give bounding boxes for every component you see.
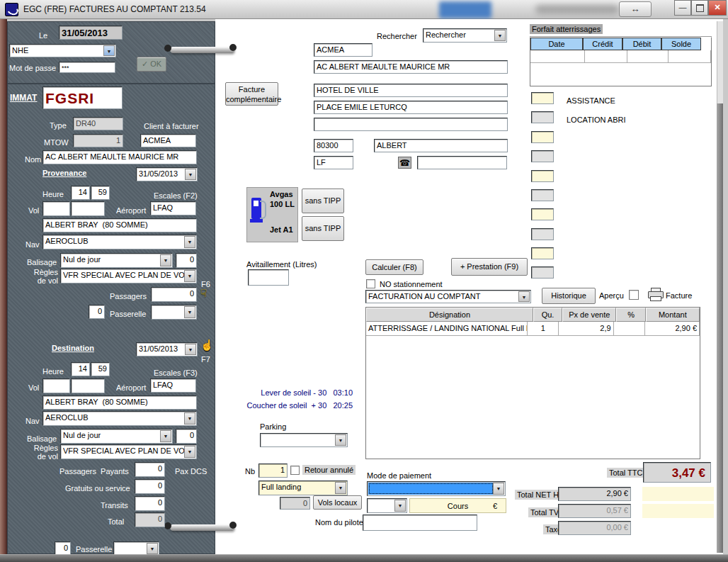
- country-field[interactable]: LF: [314, 156, 353, 169]
- dest-aeroport-field[interactable]: LFAQ: [150, 378, 196, 393]
- chevron-down-icon[interactable]: ▼: [335, 434, 346, 446]
- chevron-down-icon[interactable]: ▼: [185, 169, 196, 180]
- option-field-7[interactable]: [531, 208, 554, 220]
- retour-annule-checkbox[interactable]: [290, 466, 300, 475]
- landing-type-select[interactable]: Full landing ▼: [258, 480, 348, 495]
- pax-transits-field[interactable]: 0: [135, 496, 165, 511]
- scrollbar-thumb[interactable]: [717, 103, 723, 553]
- immat-field[interactable]: FGSRI: [42, 86, 123, 109]
- chevron-down-icon[interactable]: ▼: [394, 500, 406, 512]
- chevron-down-icon[interactable]: ▼: [184, 306, 195, 318]
- postal-code-field[interactable]: 80300: [314, 139, 353, 152]
- dest-nav-select[interactable]: AEROCLUB ▼: [42, 411, 197, 426]
- printer-icon[interactable]: [648, 288, 663, 300]
- pax-passerelle-select[interactable]: ▼: [113, 541, 159, 556]
- client-code-field[interactable]: ACMEA: [314, 43, 372, 57]
- address3-field[interactable]: [314, 118, 508, 131]
- forfait-col-date[interactable]: Date: [530, 38, 583, 50]
- prov-passerelle-count[interactable]: 0: [89, 305, 105, 319]
- option-field-6[interactable]: [531, 189, 554, 201]
- chevron-down-icon[interactable]: ▼: [494, 30, 506, 41]
- assistance-field[interactable]: [531, 92, 554, 104]
- col-designation[interactable]: Désignation: [366, 308, 533, 322]
- chevron-down-icon[interactable]: ▼: [518, 291, 530, 302]
- address1-field[interactable]: HOTEL DE VILLE: [314, 84, 508, 97]
- table-row[interactable]: ATTERRISSAGE / LANDING NATIONAL Full lan…: [366, 322, 700, 336]
- chevron-down-icon[interactable]: ▼: [160, 254, 171, 266]
- chevron-down-icon[interactable]: ▼: [147, 543, 158, 554]
- option-field-3[interactable]: [531, 131, 554, 143]
- mode-paiement-select[interactable]: ▼: [367, 481, 506, 496]
- col-qu[interactable]: Qu.: [533, 308, 562, 322]
- rechercher-select[interactable]: Rechercher ▼: [423, 28, 507, 43]
- chevron-down-icon[interactable]: ▼: [335, 482, 346, 494]
- col-montant[interactable]: Montant: [646, 308, 700, 322]
- chevron-down-icon[interactable]: ▼: [185, 344, 196, 355]
- forfait-col-credit[interactable]: Crédit: [583, 38, 622, 50]
- option-field-5[interactable]: [531, 170, 554, 182]
- pilote-field[interactable]: [363, 515, 477, 531]
- forfait-col-debit[interactable]: Débit: [622, 38, 661, 50]
- dest-lieu-field[interactable]: ALBERT BRAY (80 SOMME): [42, 395, 197, 410]
- option-field-8[interactable]: [531, 228, 554, 240]
- pax-passerelle-count[interactable]: 0: [55, 541, 71, 555]
- password-field[interactable]: ***: [59, 62, 115, 73]
- dest-regles-select[interactable]: VFR SPECIAL AVEC PLAN DE VOL ▼: [60, 444, 197, 459]
- avgas-sans-tipp-button[interactable]: sans TIPP: [302, 189, 344, 213]
- historique-button[interactable]: Historique: [542, 288, 596, 304]
- client-name-field[interactable]: AC ALBERT MEAULTE MAURICE MR: [314, 60, 508, 74]
- dest-vol2-field[interactable]: [71, 378, 105, 393]
- hand-up-icon[interactable]: ☝: [200, 339, 214, 352]
- facturation-select[interactable]: FACTURATION AU COMPTANT ▼: [365, 290, 531, 303]
- prov-heure-h-field[interactable]: 14: [71, 186, 90, 200]
- blurred-toolbar-button[interactable]: [439, 1, 491, 18]
- dest-heure-h-field[interactable]: 14: [71, 362, 90, 376]
- dest-date-select[interactable]: 31/05/2013 ▼: [136, 342, 198, 356]
- option-field-10[interactable]: [531, 266, 554, 279]
- calculer-button[interactable]: Calculer (F8): [365, 259, 423, 275]
- dest-heure-m-field[interactable]: 59: [91, 362, 110, 376]
- chevron-down-icon[interactable]: ▼: [184, 236, 195, 248]
- ok-button[interactable]: ✓ OK: [137, 57, 166, 72]
- vols-locaux-button[interactable]: Vols locaux: [313, 495, 362, 510]
- city-field[interactable]: ALBERT: [374, 139, 508, 152]
- prov-balisage-select[interactable]: Nul de jour ▼: [60, 253, 173, 268]
- dest-vol1-field[interactable]: [42, 378, 70, 393]
- resize-button[interactable]: ↔: [619, 1, 652, 17]
- close-button[interactable]: ✕: [708, 0, 727, 16]
- col-pct[interactable]: %: [616, 308, 645, 322]
- hand-down-icon[interactable]: ☟: [200, 287, 207, 300]
- address2-field[interactable]: PLACE EMILE LETURCQ: [314, 101, 508, 114]
- avitaillement-field[interactable]: [248, 269, 289, 286]
- location-abri-field[interactable]: [531, 111, 554, 123]
- prov-nav-select[interactable]: AEROCLUB ▼: [42, 235, 197, 249]
- prov-aeroport-field[interactable]: LFAQ: [150, 201, 196, 215]
- no-stationnement-checkbox[interactable]: [366, 279, 375, 288]
- pax-gratuits-field[interactable]: 0: [135, 479, 165, 494]
- prov-passagers-field[interactable]: 0: [151, 287, 197, 302]
- nom-field[interactable]: AC ALBERT MEAULTE MAURICE MR: [42, 150, 197, 164]
- session-date-field[interactable]: 31/05/2013: [59, 26, 123, 40]
- prov-vol2-field[interactable]: [71, 201, 105, 216]
- dest-balisage-count[interactable]: 0: [176, 429, 197, 444]
- chevron-down-icon[interactable]: ▼: [184, 412, 195, 425]
- provenance-date-select[interactable]: 31/05/2013 ▼: [136, 167, 198, 181]
- forfait-col-solde[interactable]: Solde: [661, 38, 701, 50]
- chevron-down-icon[interactable]: ▼: [493, 483, 504, 495]
- minimize-button[interactable]: —: [674, 0, 691, 16]
- maximize-button[interactable]: [691, 0, 708, 16]
- prov-passerelle-select[interactable]: ▼: [151, 305, 197, 320]
- prestation-button[interactable]: + Prestation (F9): [451, 258, 528, 276]
- chevron-down-icon[interactable]: ▼: [160, 430, 171, 442]
- phone-field[interactable]: [417, 156, 507, 169]
- chevron-down-icon[interactable]: ▼: [184, 270, 195, 282]
- client-field[interactable]: ACMEA: [140, 134, 196, 147]
- apercu-checkbox[interactable]: [629, 290, 639, 300]
- prov-regles-select[interactable]: VFR SPECIAL AVEC PLAN DE VOL ▼: [60, 269, 197, 283]
- jet-sans-tipp-button[interactable]: sans TIPP: [302, 216, 344, 241]
- nb-field[interactable]: 1: [258, 463, 288, 478]
- facture-complementaire-button[interactable]: Facture complémentaire: [225, 82, 278, 106]
- user-select[interactable]: NHE ▼: [9, 44, 116, 57]
- chevron-down-icon[interactable]: ▼: [103, 45, 115, 56]
- prov-balisage-count[interactable]: 0: [176, 253, 197, 268]
